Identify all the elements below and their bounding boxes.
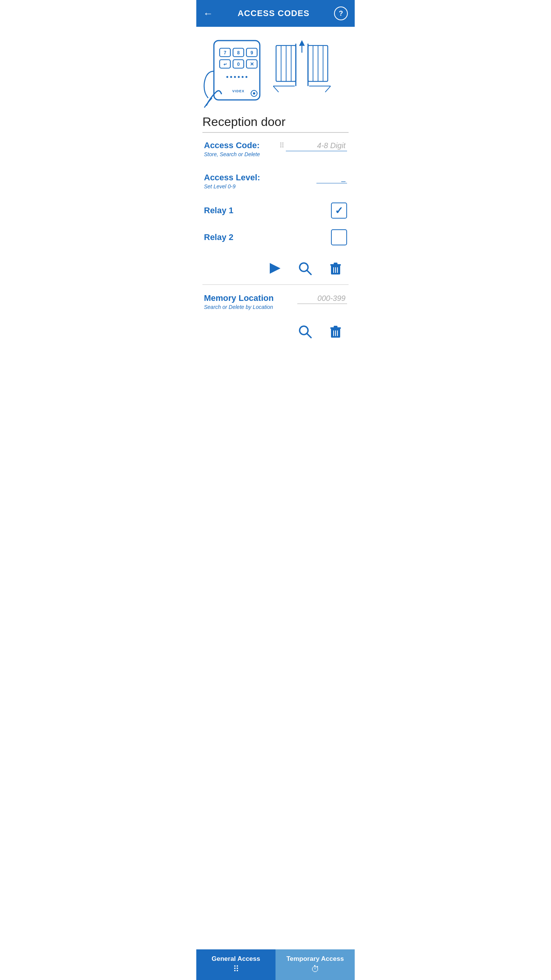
action-buttons-row [196, 251, 355, 284]
svg-text:✕: ✕ [250, 61, 254, 67]
access-code-input-group: ⠿ [279, 140, 347, 151]
memory-search-button[interactable] [295, 322, 315, 341]
memory-location-section: Memory Location Search or Delete by Loca… [196, 285, 355, 310]
relay2-checkbox[interactable] [331, 229, 347, 245]
access-level-label-group: Access Level: Set Level 0-9 [204, 173, 260, 189]
svg-marker-38 [270, 263, 280, 274]
memory-location-row: Memory Location Search or Delete by Loca… [204, 293, 347, 310]
hero-illustration: 7 8 9 ↵ 0 ✕ VIDEX [196, 27, 355, 111]
access-code-section: Access Code: Store, Search or Delete ⠿ [196, 133, 355, 157]
svg-text:7: 7 [224, 50, 227, 56]
svg-point-17 [242, 76, 244, 78]
access-code-input[interactable] [286, 140, 347, 151]
header: ← ACCESS CODES ? [196, 0, 355, 27]
svg-rect-43 [334, 263, 337, 265]
svg-line-40 [307, 270, 311, 274]
location-name: Reception door [196, 111, 355, 132]
svg-line-35 [325, 86, 331, 92]
memory-location-input[interactable] [297, 293, 347, 304]
delete-button[interactable] [326, 258, 346, 278]
svg-point-14 [230, 76, 232, 78]
search-button[interactable] [295, 258, 315, 278]
svg-line-34 [273, 86, 279, 92]
relay1-label: Relay 1 [204, 206, 233, 216]
memory-delete-button[interactable] [326, 322, 346, 341]
svg-text:9: 9 [251, 50, 253, 56]
svg-text:0: 0 [237, 62, 240, 67]
access-code-label-group: Access Code: Store, Search or Delete [204, 140, 260, 157]
relay2-label: Relay 2 [204, 232, 233, 242]
access-code-row: Access Code: Store, Search or Delete ⠿ [204, 140, 347, 157]
access-level-input[interactable] [316, 173, 347, 183]
help-button[interactable]: ? [334, 7, 348, 20]
access-level-sublabel: Set Level 0-9 [204, 183, 260, 189]
access-code-label: Access Code: [204, 140, 260, 150]
memory-location-input-wrap [282, 293, 347, 304]
svg-marker-30 [299, 40, 305, 46]
relay1-checkmark: ✓ [335, 206, 343, 216]
access-level-section: Access Level: Set Level 0-9 [196, 165, 355, 189]
relay1-row: Relay 1 ✓ [196, 197, 355, 224]
svg-point-20 [253, 92, 255, 95]
memory-action-buttons-row [196, 316, 355, 347]
page-title: ACCESS CODES [238, 8, 310, 18]
relay1-checkbox[interactable]: ✓ [331, 203, 347, 219]
keypad-illustration: 7 8 9 ↵ 0 ✕ VIDEX [202, 33, 269, 111]
memory-location-label: Memory Location [204, 293, 274, 303]
svg-rect-51 [334, 326, 337, 328]
svg-point-18 [246, 76, 248, 78]
access-level-row: Access Level: Set Level 0-9 [204, 173, 347, 189]
svg-point-16 [238, 76, 240, 78]
store-button[interactable] [264, 258, 284, 278]
access-level-input-wrap [282, 173, 347, 183]
svg-text:↵: ↵ [223, 62, 227, 67]
back-button[interactable]: ← [203, 8, 213, 18]
svg-line-48 [307, 333, 311, 338]
access-code-input-wrap: ⠿ [279, 140, 347, 151]
svg-text:8: 8 [237, 50, 240, 56]
svg-text:VIDEX: VIDEX [232, 89, 245, 93]
memory-location-label-group: Memory Location Search or Delete by Loca… [204, 293, 274, 310]
keypad-dots-icon: ⠿ [279, 141, 284, 150]
memory-location-sublabel: Search or Delete by Location [204, 304, 274, 310]
access-level-label: Access Level: [204, 173, 260, 183]
svg-point-13 [227, 76, 228, 78]
svg-point-15 [234, 76, 236, 78]
relay2-row: Relay 2 [196, 224, 355, 251]
gate-illustration [273, 33, 331, 99]
access-code-sublabel: Store, Search or Delete [204, 151, 260, 157]
